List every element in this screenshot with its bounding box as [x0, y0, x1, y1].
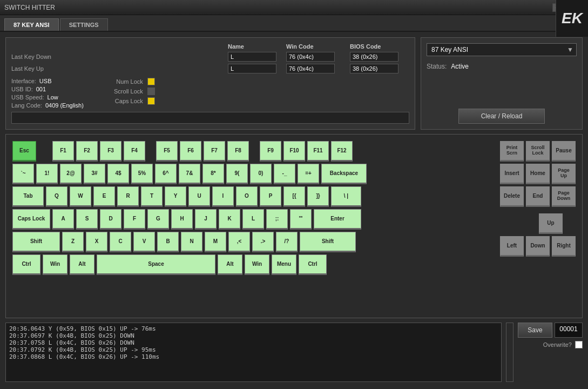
key-scroll-lock[interactable]: ScrollLock	[526, 141, 550, 162]
key-t[interactable]: T	[141, 186, 163, 207]
key-2[interactable]: 2@	[60, 164, 82, 184]
key-f2[interactable]: F2	[76, 141, 98, 162]
key-f11[interactable]: F11	[307, 141, 329, 162]
log-panel[interactable]: 20:36.0643 Y (0x59, BIOS 0x15) UP -> 76m…	[5, 323, 502, 382]
key-f4[interactable]: F4	[124, 141, 145, 162]
key-slash[interactable]: /?	[276, 232, 298, 252]
last-key-up-name[interactable]	[228, 64, 276, 73]
key-arrow-left[interactable]: Left	[500, 236, 524, 257]
key-page-down[interactable]: PageDown	[552, 186, 576, 207]
last-key-down-bios[interactable]	[350, 52, 398, 62]
key-q[interactable]: Q	[46, 186, 67, 207]
last-key-down-win[interactable]	[286, 52, 335, 62]
key-backtick[interactable]: `~	[12, 164, 34, 184]
key-0[interactable]: 0)	[250, 164, 272, 184]
key-arrow-up[interactable]: Up	[539, 213, 563, 234]
key-ctrl-right[interactable]: Ctrl	[299, 254, 327, 275]
key-print-scrn[interactable]: PrintScrn	[500, 141, 524, 162]
key-c[interactable]: C	[110, 232, 131, 252]
key-pause[interactable]: Pause	[552, 141, 576, 162]
key-a[interactable]: A	[52, 209, 74, 230]
key-p[interactable]: P	[260, 186, 281, 207]
key-m[interactable]: M	[205, 232, 226, 252]
key-capslock[interactable]: Caps Lock	[12, 209, 50, 230]
key-x[interactable]: X	[86, 232, 107, 252]
key-home[interactable]: Home	[526, 164, 550, 184]
key-arrow-right[interactable]: Right	[552, 236, 576, 257]
log-scrollbar[interactable]	[506, 323, 513, 382]
key-comma[interactable]: ,<	[228, 232, 250, 252]
key-end[interactable]: End	[526, 186, 550, 207]
key-i[interactable]: I	[212, 186, 234, 207]
key-backspace[interactable]: Backspace	[321, 164, 367, 184]
key-lbracket[interactable]: [{	[283, 186, 305, 207]
key-quote[interactable]: '"	[290, 209, 312, 230]
key-w[interactable]: W	[70, 186, 91, 207]
key-r[interactable]: R	[117, 186, 139, 207]
key-k[interactable]: K	[219, 209, 240, 230]
key-1[interactable]: 1!	[36, 164, 58, 184]
key-d[interactable]: D	[100, 209, 121, 230]
save-button[interactable]: Save	[518, 323, 552, 338]
key-f1[interactable]: F1	[52, 141, 74, 162]
last-key-up-bios[interactable]	[350, 64, 398, 73]
key-menu[interactable]: Menu	[272, 254, 296, 275]
key-ctrl-left[interactable]: Ctrl	[12, 254, 40, 275]
key-j[interactable]: J	[195, 209, 217, 230]
key-b[interactable]: B	[157, 232, 179, 252]
key-l[interactable]: L	[242, 209, 264, 230]
key-y[interactable]: Y	[165, 186, 186, 207]
clear-reload-button[interactable]: Clear / Reload	[458, 109, 545, 124]
key-page-up[interactable]: PageUp	[552, 164, 576, 184]
key-backslash[interactable]: \ |	[331, 186, 361, 207]
key-o[interactable]: O	[236, 186, 258, 207]
key-7[interactable]: 7&	[179, 164, 200, 184]
key-win-left[interactable]: Win	[43, 254, 67, 275]
tab-87-key-ansi[interactable]: 87 KEY ANSI	[4, 18, 59, 31]
key-n[interactable]: N	[181, 232, 202, 252]
key-3[interactable]: 3#	[84, 164, 105, 184]
last-key-down-name[interactable]	[228, 52, 276, 62]
key-delete[interactable]: Delete	[500, 186, 524, 207]
key-equals[interactable]: =+	[298, 164, 319, 184]
keyboard-select[interactable]: 87 Key ANSI 104 Key ANSI 60% Layout	[427, 43, 577, 56]
key-enter[interactable]: Enter	[314, 209, 361, 230]
key-alt-left[interactable]: Alt	[70, 254, 94, 275]
key-f12[interactable]: F12	[331, 141, 353, 162]
key-u[interactable]: U	[188, 186, 210, 207]
key-arrow-down[interactable]: Down	[526, 236, 550, 257]
key-space[interactable]: Space	[97, 254, 215, 275]
key-e[interactable]: E	[93, 186, 115, 207]
key-4[interactable]: 4$	[107, 164, 129, 184]
key-f10[interactable]: F10	[283, 141, 305, 162]
key-h[interactable]: H	[171, 209, 193, 230]
key-6[interactable]: 6^	[155, 164, 177, 184]
last-key-up-win[interactable]	[286, 64, 335, 73]
key-s[interactable]: S	[76, 209, 98, 230]
key-f6[interactable]: F6	[180, 141, 201, 162]
key-rbracket[interactable]: ]}	[307, 186, 329, 207]
key-shift-right[interactable]: Shift	[300, 232, 356, 252]
key-9[interactable]: 9(	[226, 164, 248, 184]
key-8[interactable]: 8*	[202, 164, 224, 184]
key-5[interactable]: 5%	[131, 164, 153, 184]
key-f[interactable]: F	[124, 209, 145, 230]
key-f3[interactable]: F3	[100, 141, 121, 162]
key-g[interactable]: G	[147, 209, 169, 230]
key-tab[interactable]: Tab	[12, 186, 44, 207]
key-f9[interactable]: F9	[260, 141, 281, 162]
key-period[interactable]: .>	[252, 232, 274, 252]
key-minus[interactable]: -_	[274, 164, 295, 184]
key-semicolon[interactable]: ;:	[266, 209, 288, 230]
overwrite-checkbox[interactable]	[575, 341, 583, 348]
key-shift-left[interactable]: Shift	[12, 232, 60, 252]
key-alt-right[interactable]: Alt	[218, 254, 242, 275]
key-v[interactable]: V	[133, 232, 155, 252]
tab-settings[interactable]: SETTINGS	[60, 18, 108, 31]
key-esc[interactable]: Esc	[12, 141, 36, 162]
key-insert[interactable]: Insert	[500, 164, 524, 184]
key-win-right[interactable]: Win	[245, 254, 269, 275]
key-f8[interactable]: F8	[227, 141, 249, 162]
key-z[interactable]: Z	[62, 232, 84, 252]
key-f7[interactable]: F7	[204, 141, 225, 162]
